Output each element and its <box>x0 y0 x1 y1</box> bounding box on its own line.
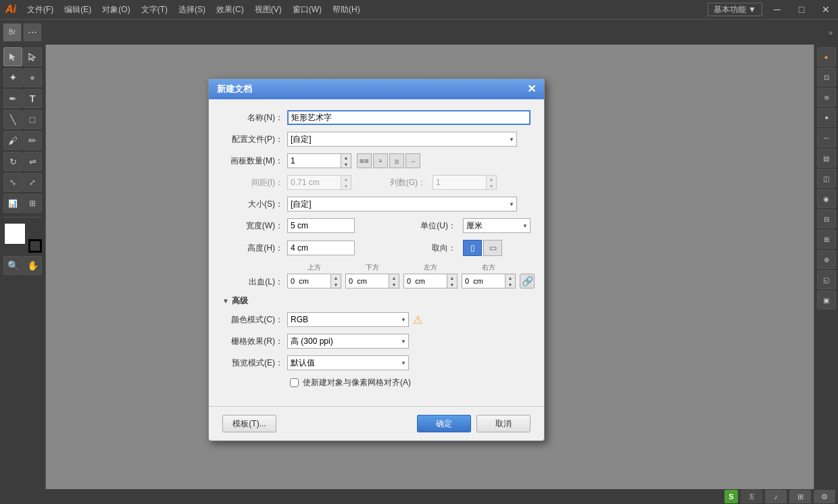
gradient-panel-btn[interactable]: ▤ <box>817 149 836 168</box>
paintbrush-tool[interactable]: 🖌 <box>3 131 22 150</box>
pen-tool[interactable]: ✒ <box>3 89 22 108</box>
color-panel-btn[interactable]: ● <box>817 47 836 66</box>
mesh-tool[interactable]: ⊞ <box>23 194 42 213</box>
artboards-down-button[interactable]: ▼ <box>341 161 351 168</box>
bleed-bottom-down[interactable]: ▼ <box>389 281 399 288</box>
layout-arrow-right[interactable]: → <box>405 153 420 168</box>
portrait-button[interactable]: ▯ <box>463 240 482 256</box>
width-label: 宽度(W)： <box>222 220 283 232</box>
align-pixel-label[interactable]: 使新建对象与像素网格对齐(A) <box>303 377 411 388</box>
align-pixel-checkbox[interactable] <box>290 378 299 387</box>
bleed-left-input[interactable] <box>403 274 447 288</box>
spacing-spinner-btns: ▲ ▼ <box>341 175 351 190</box>
artboards-up-button[interactable]: ▲ <box>341 154 351 161</box>
layout-grid-icon[interactable]: ⊞⊞ <box>357 153 372 168</box>
advanced-label: 高级 <box>232 295 248 307</box>
appearance-panel-btn[interactable]: ◉ <box>817 189 836 208</box>
zoom-tool[interactable]: 🔍 <box>3 256 22 275</box>
bleed-top-up[interactable]: ▲ <box>331 274 341 281</box>
ok-button[interactable]: 确定 <box>417 415 471 432</box>
menu-view[interactable]: 视图(V) <box>251 3 286 17</box>
bleed-bottom-input[interactable] <box>345 274 389 288</box>
stroke-color[interactable] <box>28 239 42 253</box>
pencil-tool[interactable]: ✏ <box>23 131 42 150</box>
height-input[interactable] <box>287 241 355 255</box>
menu-file[interactable]: 文件(F) <box>23 3 57 17</box>
menu-select[interactable]: 选择(S) <box>174 3 210 17</box>
color-mode-select[interactable]: RGB CMYK <box>287 312 409 327</box>
line-tool[interactable]: ╲ <box>3 110 22 129</box>
scale-tool[interactable]: ⤡ <box>3 173 22 192</box>
reflect-tool[interactable]: ⇌ <box>23 152 42 171</box>
spacing-up-button: ▲ <box>341 176 351 182</box>
raster-select[interactable]: 高 (300 ppi) 中 (150 ppi) 低 (72 ppi) <box>287 334 409 349</box>
bleed-right-btns: ▲ ▼ <box>506 274 516 288</box>
bleed-bottom-up[interactable]: ▲ <box>389 274 399 281</box>
menu-effect[interactable]: 效果(C) <box>212 3 248 17</box>
name-label: 名称(N)： <box>222 112 283 124</box>
layout-col-icon[interactable]: ||| <box>389 153 404 168</box>
spacing-row: 间距(I)： ▲ ▼ 列数(G)： ▲ <box>222 175 531 190</box>
bleed-top-down[interactable]: ▼ <box>331 281 341 288</box>
transform-panel-btn[interactable]: ⊞ <box>817 230 836 249</box>
bleed-right-input[interactable] <box>462 274 506 288</box>
bleed-top-field: 上方 ▲ ▼ <box>287 263 341 288</box>
fill-color[interactable] <box>4 223 26 245</box>
graph-tool[interactable]: 📊 <box>3 194 22 213</box>
menu-object[interactable]: 对象(O) <box>98 3 134 17</box>
workspace-selector[interactable]: 基本功能 ▼ <box>708 3 762 16</box>
layout-row-icon[interactable]: ≡ <box>373 153 388 168</box>
unit-select[interactable]: 厘米 毫米 英寸 像素 <box>463 218 531 233</box>
cancel-button[interactable]: 取消 <box>476 415 531 432</box>
width-input[interactable] <box>287 218 355 233</box>
align-panel-btn[interactable]: ⊟ <box>817 209 836 228</box>
menu-window[interactable]: 窗口(W) <box>289 3 326 17</box>
menu-edit[interactable]: 编辑(E) <box>60 3 95 17</box>
menu-help[interactable]: 帮助(H) <box>328 3 364 17</box>
bleed-left-up[interactable]: ▲ <box>447 274 457 281</box>
maximize-button[interactable]: □ <box>789 0 814 19</box>
columns-input <box>433 175 487 190</box>
artboards-panel-btn[interactable]: ▣ <box>817 291 836 309</box>
name-input[interactable] <box>287 110 531 125</box>
dialog-close-button[interactable]: ✕ <box>527 84 536 95</box>
profile-select[interactable]: [自定] 打印 Web 设备 <box>287 132 517 147</box>
size-select[interactable]: [自定] A4 A3 <box>287 197 517 211</box>
warp-tool[interactable]: ⤢ <box>23 173 42 192</box>
toolbar-extra[interactable]: ⋯ <box>23 23 42 42</box>
advanced-toggle[interactable]: ▼ 高级 <box>222 295 531 307</box>
landscape-button[interactable]: ▭ <box>483 240 502 256</box>
preview-select[interactable]: 默认值 像素 叠印 <box>287 355 409 370</box>
layers-panel-btn[interactable]: ◱ <box>817 270 836 289</box>
spacing-down-button: ▼ <box>341 182 351 189</box>
menu-text[interactable]: 文字(T) <box>137 3 172 17</box>
bleed-top-input[interactable] <box>287 274 331 288</box>
type-tool[interactable]: T <box>23 89 42 108</box>
bleed-link-button[interactable]: 🔗 <box>520 274 535 288</box>
bleed-right-up[interactable]: ▲ <box>506 274 515 281</box>
artboards-input[interactable] <box>287 153 341 168</box>
brushes-panel-btn[interactable]: ≋ <box>817 88 836 107</box>
minimize-button[interactable]: ─ <box>765 0 789 19</box>
symbols-panel-btn[interactable]: ✦ <box>817 108 836 127</box>
bleed-right-down[interactable]: ▼ <box>506 281 515 288</box>
shape-tool[interactable]: □ <box>23 110 42 129</box>
preview-row: 预览模式(E)： 默认值 像素 叠印 <box>222 355 531 370</box>
hand-tool[interactable]: ✋ <box>23 256 42 275</box>
rotate-tool[interactable]: ↻ <box>3 152 22 171</box>
toolbar-br-icon[interactable]: Br <box>3 23 22 42</box>
select-tool[interactable] <box>3 47 22 66</box>
lasso-tool[interactable]: ⌖ <box>23 68 42 87</box>
direct-select-tool[interactable] <box>23 47 42 66</box>
transparency-panel-btn[interactable]: ◫ <box>817 169 836 188</box>
swatches-panel-btn[interactable]: ⊡ <box>817 68 836 86</box>
bleed-left-down[interactable]: ▼ <box>447 281 457 288</box>
magic-wand-tool[interactable]: ✦ <box>3 68 22 87</box>
columns-spinner-btns: ▲ ▼ <box>487 175 497 190</box>
template-button[interactable]: 模板(T)... <box>222 415 276 432</box>
close-button[interactable]: ✕ <box>814 0 838 19</box>
bleed-left-field: 左方 ▲ ▼ <box>403 263 458 288</box>
pathfinder-panel-btn[interactable]: ⊕ <box>817 250 836 269</box>
titlebar-controls: 基本功能 ▼ ─ □ ✕ <box>708 0 838 19</box>
stroke-panel-btn[interactable]: ─ <box>817 128 836 147</box>
